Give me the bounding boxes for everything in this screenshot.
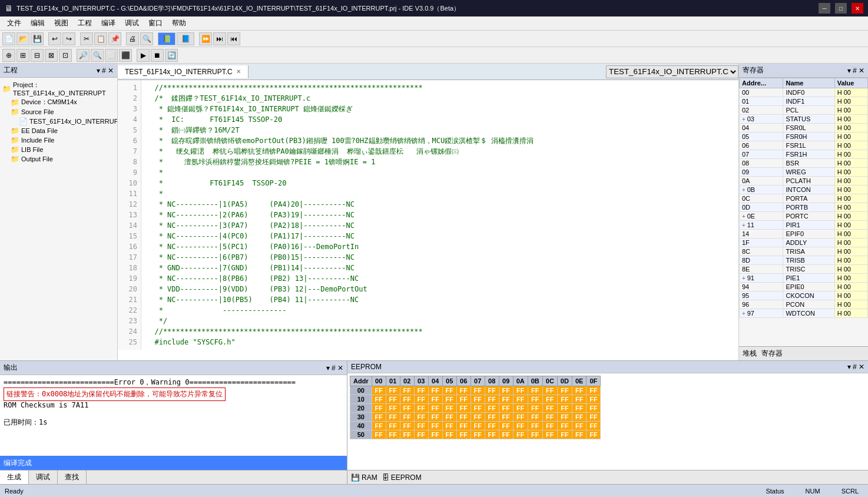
reg-bottom-btn-0[interactable]: 堆栈 <box>743 349 757 359</box>
stop-button[interactable]: ⏹ <box>151 49 164 62</box>
fit-button[interactable]: ⬜ <box>105 49 118 62</box>
redo-button[interactable]: ↪ <box>62 32 75 45</box>
eeprom-cell[interactable]: FF <box>400 422 414 430</box>
output-tab-generate[interactable]: 生成 <box>0 471 29 484</box>
close-button[interactable]: ✕ <box>852 3 863 14</box>
eeprom-cell[interactable]: FF <box>386 404 400 413</box>
eeprom-cell[interactable]: FF <box>372 395 386 404</box>
zoom-out-button[interactable]: 🔍 <box>91 49 104 62</box>
eeprom-cell[interactable]: FF <box>414 413 428 422</box>
eeprom-cell[interactable]: FF <box>386 395 400 404</box>
eeprom-cell[interactable]: FF <box>499 395 513 404</box>
eeprom-cell[interactable]: FF <box>485 413 499 422</box>
build-button[interactable]: 📘 <box>177 32 194 45</box>
eeprom-cell[interactable]: FF <box>386 413 400 422</box>
eeprom-cell[interactable]: FF <box>499 413 513 422</box>
expand-icon[interactable]: + <box>742 116 747 122</box>
expand-icon[interactable]: + <box>742 187 747 193</box>
eeprom-cell[interactable]: FF <box>442 413 456 422</box>
tree-item-0[interactable]: 📁Project：TEST_61F14x_IO_INTERRUPT <box>2 80 115 97</box>
eeprom-cell[interactable]: FF <box>372 404 386 413</box>
eeprom-cell[interactable]: FF <box>471 395 485 404</box>
tree-item-3[interactable]: 📄TEST_61F14x_IO_INTERRUPT.C <box>2 117 115 126</box>
eeprom-cell[interactable]: FF <box>428 422 442 430</box>
eeprom-cell[interactable]: FF <box>456 386 471 395</box>
eeprom-cell[interactable]: FF <box>557 422 572 430</box>
copy-button[interactable]: 📋 <box>94 32 107 45</box>
eeprom-cell[interactable]: FF <box>428 386 442 395</box>
eeprom-cell[interactable]: FF <box>456 413 471 422</box>
eeprom-cell[interactable]: FF <box>513 395 528 404</box>
eeprom-cell[interactable]: FF <box>428 430 442 439</box>
cut-button[interactable]: ✂ <box>80 32 93 45</box>
eeprom-cell[interactable]: FF <box>542 386 557 395</box>
reg-bottom-btn-1[interactable]: 寄存器 <box>761 349 783 359</box>
eeprom-cell[interactable]: FF <box>485 404 499 413</box>
eeprom-cell[interactable]: FF <box>485 386 499 395</box>
undo-button[interactable]: ↩ <box>48 32 61 45</box>
zoom-in-button[interactable]: 🔎 <box>77 49 90 62</box>
eeprom-cell[interactable]: FF <box>528 422 542 430</box>
eeprom-cell[interactable]: FF <box>414 404 428 413</box>
eeprom-cell[interactable]: FF <box>499 422 513 430</box>
output-panel-controls[interactable]: ▾ # ✕ <box>326 364 343 372</box>
eeprom-cell[interactable]: FF <box>428 395 442 404</box>
eeprom-cell[interactable]: FF <box>471 404 485 413</box>
eeprom-cell[interactable]: FF <box>471 430 485 439</box>
eeprom-cell[interactable]: FF <box>557 413 572 422</box>
eeprom-cell[interactable]: FF <box>372 430 386 439</box>
run-button[interactable]: ▶ <box>137 49 150 62</box>
eeprom-cell[interactable]: FF <box>400 404 414 413</box>
eeprom-cell[interactable]: FF <box>456 404 471 413</box>
output-tab-debug[interactable]: 调试 <box>29 471 58 484</box>
expand-icon[interactable]: + <box>742 275 747 281</box>
editor-dropdown[interactable]: TEST_61F14x_IO_INTERRUPT.C <box>606 65 738 78</box>
eeprom-cell[interactable]: FF <box>428 413 442 422</box>
new-button[interactable]: 📄 <box>2 32 15 45</box>
eeprom-table-area[interactable]: Addr000102030405060708090A0B0C0D0E0F 00F… <box>347 373 868 470</box>
editor-tab-active[interactable]: TEST_61F14x_IO_INTERRUPT.C ✕ <box>118 65 249 78</box>
eeprom-cell[interactable]: FF <box>572 386 586 395</box>
eeprom-cell[interactable]: FF <box>587 386 601 395</box>
eeprom-cell[interactable]: FF <box>456 430 471 439</box>
eeprom-cell[interactable]: FF <box>587 413 601 422</box>
eeprom-cell[interactable]: FF <box>513 413 528 422</box>
tree-item-1[interactable]: 📁Device：CM9M14x <box>2 97 115 107</box>
eeprom-cell[interactable]: FF <box>572 422 586 430</box>
eeprom-cell[interactable]: FF <box>587 404 601 413</box>
eeprom-cell[interactable]: FF <box>499 404 513 413</box>
eeprom-cell[interactable]: FF <box>400 395 414 404</box>
tree-item-6[interactable]: 📁LIB File <box>2 145 115 154</box>
eeprom-cell[interactable]: FF <box>372 422 386 430</box>
eeprom-cell[interactable]: FF <box>485 430 499 439</box>
panel-controls[interactable]: ▾ # ✕ <box>97 67 114 75</box>
eeprom-cell[interactable]: FF <box>372 413 386 422</box>
eeprom-cell[interactable]: FF <box>442 404 456 413</box>
eeprom-cell[interactable]: FF <box>414 430 428 439</box>
search-button[interactable]: 🔍 <box>140 32 153 45</box>
restore-button[interactable]: □ <box>835 3 847 14</box>
open2-button[interactable]: ⊞ <box>16 49 29 62</box>
output-tab-find[interactable]: 查找 <box>58 471 87 484</box>
open-button[interactable]: 📂 <box>16 32 29 45</box>
expand-icon[interactable]: + <box>742 222 747 228</box>
menu-help[interactable]: 帮助 <box>167 17 191 29</box>
eeprom-cell[interactable]: FF <box>471 422 485 430</box>
paste-button[interactable]: 📌 <box>108 32 121 45</box>
eeprom-cell[interactable]: FF <box>400 413 414 422</box>
eeprom-cell[interactable]: FF <box>557 386 572 395</box>
menu-debug[interactable]: 调试 <box>120 17 144 29</box>
save-button[interactable]: 💾 <box>31 32 44 45</box>
print-button[interactable]: 🖨 <box>126 32 139 45</box>
menu-view[interactable]: 视图 <box>49 17 73 29</box>
eeprom-cell[interactable]: FF <box>528 413 542 422</box>
eeprom-cell[interactable]: FF <box>485 395 499 404</box>
eeprom-btn-0[interactable]: 💾RAM <box>351 473 377 482</box>
eeprom-cell[interactable]: FF <box>542 395 557 404</box>
eeprom-cell[interactable]: FF <box>442 395 456 404</box>
step-out-button[interactable]: ⏮ <box>227 32 240 45</box>
editor-scroll[interactable]: 1234567891011121314151617181920212223242… <box>118 80 738 360</box>
eeprom-cell[interactable]: FF <box>400 430 414 439</box>
step-in-button[interactable]: ⏭ <box>213 32 226 45</box>
tree-item-4[interactable]: 📁EE Data File <box>2 126 115 135</box>
